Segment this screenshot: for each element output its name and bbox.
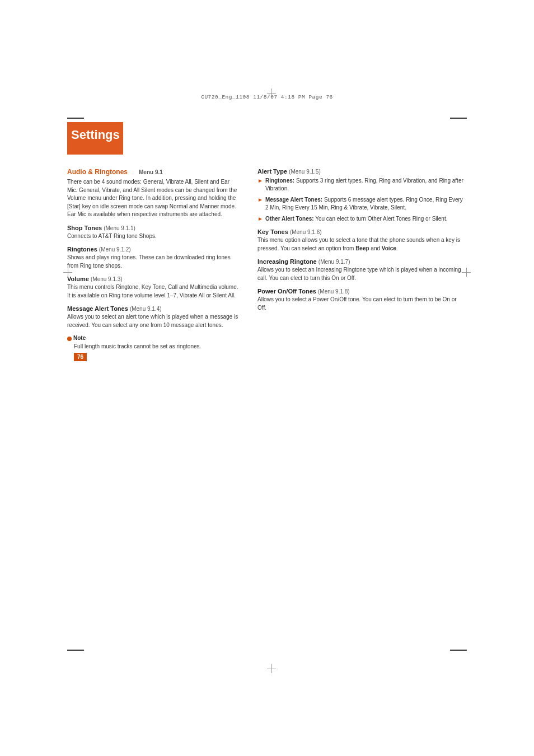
left-column: Audio & Ringtones Menu 9.1 There can be …	[67, 168, 241, 361]
increasing-ringtone-menu-label: (Menu 9.1.7)	[318, 259, 350, 265]
bullet-ringtones: ► Ringtones: Supports 3 ring alert types…	[257, 177, 465, 193]
page-wrapper: CU720_Eng_1108 11/8/07 4:18 PM Page 76 S…	[0, 0, 534, 756]
key-tones-menu-label: (Menu 9.1.6)	[290, 229, 322, 235]
alert-type-menu-label: (Menu 9.1.5)	[289, 169, 321, 175]
ringtones-menu-label: (Menu 9.1.2)	[99, 246, 131, 253]
message-alert-tones-block: Message Alert Tones (Menu 9.1.4) Allows …	[67, 305, 241, 329]
crosshair-top	[267, 88, 276, 97]
volume-title: Volume	[67, 276, 89, 282]
alert-type-block: Alert Type (Menu 9.1.5) ► Ringtones: Sup…	[257, 168, 465, 223]
shop-tones-menu-label: (Menu 9.1.1)	[104, 225, 135, 231]
ringtones-title: Ringtones	[67, 246, 97, 253]
audio-ringtones-heading: Audio & Ringtones	[67, 168, 128, 176]
bullet-arrow-icon: ►	[257, 177, 263, 185]
volume-menu-label: (Menu 9.1.3)	[91, 276, 123, 282]
bullet-message-alert: ► Message Alert Tones: Supports 6 messag…	[257, 196, 465, 212]
note-label: Note	[73, 335, 86, 341]
increasing-ringtone-body: Allows you to select an Increasing Ringt…	[257, 266, 465, 282]
rule-bottom-right	[450, 650, 467, 651]
page-number-badge: 76	[74, 353, 87, 361]
bullet-arrow-icon-2: ►	[257, 196, 263, 204]
message-alert-tones-menu-label: (Menu 9.1.4)	[130, 306, 162, 312]
key-tones-title: Key Tones	[257, 228, 288, 235]
note-text: Full length music tracks cannot be set a…	[74, 343, 241, 351]
power-onoff-menu-label: (Menu 9.1.8)	[318, 288, 350, 295]
bullet-arrow-icon-3: ►	[257, 215, 263, 223]
alert-type-title: Alert Type	[257, 168, 287, 175]
note-dot-icon	[67, 337, 72, 341]
rule-bottom-left	[67, 650, 84, 651]
shop-tones-body: Connects to AT&T Ring tone Shops.	[67, 232, 241, 241]
power-onoff-title: Power On/Off Tones	[257, 288, 316, 295]
rule-top-right	[450, 118, 467, 119]
shop-tones-title: Shop Tones	[67, 225, 102, 231]
volume-block: Volume (Menu 9.1.3) This menu controls R…	[67, 276, 241, 300]
note-block: Note	[67, 335, 241, 341]
power-onoff-block: Power On/Off Tones (Menu 9.1.8) Allows y…	[257, 288, 465, 312]
increasing-ringtone-block: Increasing Ringtone (Menu 9.1.7) Allows …	[257, 258, 465, 282]
audio-ringtones-intro: There can be 4 sound modes: General, Vib…	[67, 178, 241, 219]
bullet-other-alert-text: Other Alert Tones: You can elect to turn…	[265, 215, 448, 223]
power-onoff-body: Allows you to select a Power On/Off tone…	[257, 296, 465, 312]
audio-ringtones-heading-block: Audio & Ringtones Menu 9.1 There can be …	[67, 168, 241, 219]
ringtones-body: Shows and plays ring tones. These can be…	[67, 254, 241, 270]
bullet-ringtones-text: Ringtones: Supports 3 ring alert types. …	[265, 177, 465, 193]
crosshair-bottom	[267, 664, 276, 673]
rule-top-left	[67, 118, 84, 119]
bullet-message-alert-text: Message Alert Tones: Supports 6 message …	[265, 196, 465, 212]
increasing-ringtone-title: Increasing Ringtone	[257, 258, 317, 265]
key-tones-body: This menu option allows you to select a …	[257, 236, 465, 253]
shop-tones-block: Shop Tones (Menu 9.1.1) Connects to AT&T…	[67, 225, 241, 241]
key-tones-block: Key Tones (Menu 9.1.6) This menu option …	[257, 228, 465, 253]
volume-body: This menu controls Ringtone, Key Tone, C…	[67, 283, 241, 300]
ringtones-block: Ringtones (Menu 9.1.2) Shows and plays r…	[67, 246, 241, 270]
bullet-other-alert: ► Other Alert Tones: You can elect to tu…	[257, 215, 465, 223]
right-column: Alert Type (Menu 9.1.5) ► Ringtones: Sup…	[257, 168, 465, 318]
settings-title: Settings	[71, 128, 120, 142]
note-content: Full length music tracks cannot be set a…	[74, 343, 241, 361]
message-alert-tones-body: Allows you to select an alert tone which…	[67, 313, 241, 329]
message-alert-tones-title: Message Alert Tones	[67, 305, 128, 312]
audio-ringtones-menu-label: Menu 9.1	[139, 169, 163, 175]
